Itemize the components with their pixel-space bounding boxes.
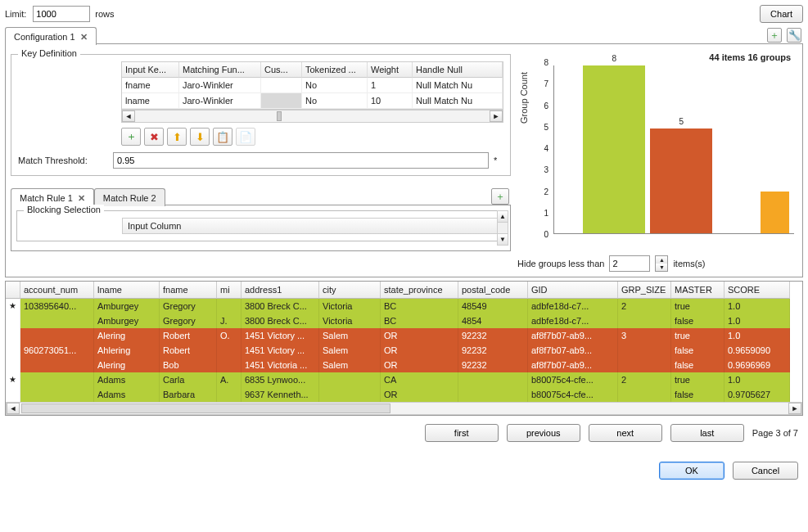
table-cell[interactable]: OR bbox=[381, 387, 458, 402]
table-cell[interactable]: 4854 bbox=[458, 313, 528, 328]
table-cell[interactable]: BC bbox=[381, 313, 458, 328]
table-cell[interactable]: 92232 bbox=[458, 328, 528, 343]
table-cell[interactable]: 3800 Breck C... bbox=[241, 299, 319, 313]
table-cell[interactable]: OR bbox=[381, 343, 458, 358]
table-cell[interactable] bbox=[618, 358, 671, 372]
table-cell[interactable]: 92232 bbox=[458, 343, 528, 358]
scroll-left-icon[interactable]: ◄ bbox=[7, 403, 20, 414]
table-cell[interactable]: CA bbox=[381, 372, 458, 387]
table-cell[interactable]: Adams bbox=[94, 387, 160, 402]
previous-button[interactable]: previous bbox=[507, 424, 580, 442]
table-cell[interactable]: af8f7b07-ab9... bbox=[528, 358, 618, 372]
table-cell[interactable]: Victoria bbox=[319, 299, 381, 313]
tab-match-rule-1[interactable]: Match Rule 1 ✕ bbox=[11, 188, 94, 206]
table-cell[interactable]: 3800 Breck C... bbox=[241, 313, 319, 328]
table-cell[interactable]: true bbox=[671, 372, 724, 387]
blocking-column-header[interactable]: Input Column bbox=[122, 218, 498, 234]
table-header[interactable]: GRP_SIZE bbox=[618, 282, 671, 299]
table-cell[interactable] bbox=[319, 387, 381, 402]
table-cell[interactable]: Salem bbox=[319, 358, 381, 372]
wizard-icon[interactable]: 🔧 bbox=[787, 28, 801, 43]
tab-configuration-1[interactable]: Configuration 1 ✕ bbox=[5, 27, 97, 45]
table-cell[interactable] bbox=[618, 387, 671, 402]
table-cell[interactable]: 1.0 bbox=[724, 299, 790, 313]
table-cell[interactable]: 92232 bbox=[458, 358, 528, 372]
table-cell[interactable]: Gregory bbox=[160, 299, 217, 313]
table-cell[interactable] bbox=[319, 372, 381, 387]
table-cell[interactable]: 0.9696969 bbox=[724, 358, 790, 372]
scroll-down-icon[interactable]: ▼ bbox=[498, 233, 508, 245]
spinner-down-icon[interactable]: ▼ bbox=[656, 264, 667, 271]
table-cell[interactable]: b80075c4-cfe... bbox=[528, 372, 618, 387]
table-header[interactable]: address1 bbox=[241, 282, 319, 299]
table-cell[interactable]: OR bbox=[381, 328, 458, 343]
table-cell[interactable]: false bbox=[671, 313, 724, 328]
table-cell[interactable] bbox=[458, 372, 528, 387]
table-cell[interactable]: 0.9705627 bbox=[724, 387, 790, 402]
table-cell[interactable] bbox=[217, 387, 241, 402]
table-cell[interactable] bbox=[217, 358, 241, 372]
table-cell[interactable]: Robert bbox=[160, 328, 217, 343]
table-cell[interactable]: Barbara bbox=[160, 387, 217, 402]
table-cell[interactable]: Salem bbox=[319, 328, 381, 343]
table-cell[interactable]: Victoria bbox=[319, 313, 381, 328]
table-cell[interactable] bbox=[618, 343, 671, 358]
key-definition-table[interactable]: Input Ke... Matching Fun... Cus... Token… bbox=[121, 61, 503, 110]
kd-scrollbar[interactable]: ◄ ► bbox=[121, 110, 503, 123]
table-cell[interactable] bbox=[458, 387, 528, 402]
spinner-up-icon[interactable]: ▲ bbox=[656, 256, 667, 264]
table-cell[interactable]: 9637 Kenneth... bbox=[241, 387, 319, 402]
table-cell[interactable]: false bbox=[671, 387, 724, 402]
table-cell[interactable]: 1.0 bbox=[724, 372, 790, 387]
table-cell[interactable]: af8f7b07-ab9... bbox=[528, 328, 618, 343]
table-cell[interactable]: Carla bbox=[160, 372, 217, 387]
move-up-button[interactable]: ⬆ bbox=[167, 128, 187, 146]
add-rule-icon[interactable]: ＋ bbox=[491, 188, 509, 205]
table-cell[interactable]: Gregory bbox=[160, 313, 217, 328]
table-cell[interactable]: 1451 Victory ... bbox=[241, 343, 319, 358]
table-cell[interactable]: A. bbox=[217, 372, 241, 387]
table-cell[interactable]: Bob bbox=[160, 358, 217, 372]
table-cell[interactable] bbox=[20, 358, 94, 372]
tab-match-rule-2[interactable]: Match Rule 2 bbox=[94, 188, 165, 206]
table-header[interactable]: SCORE bbox=[724, 282, 790, 299]
blocking-scrollbar[interactable]: ▲ ▼ bbox=[497, 210, 508, 246]
table-cell[interactable]: false bbox=[671, 358, 724, 372]
table-cell[interactable]: Amburgey bbox=[94, 313, 160, 328]
table-cell[interactable]: af8f7b07-ab9... bbox=[528, 343, 618, 358]
table-cell[interactable]: J. bbox=[217, 313, 241, 328]
close-icon[interactable]: ✕ bbox=[78, 193, 85, 204]
table-header[interactable]: lname bbox=[94, 282, 160, 299]
table-cell[interactable] bbox=[20, 372, 94, 387]
table-cell[interactable]: 2 bbox=[618, 299, 671, 313]
table-cell[interactable]: 6835 Lynwoo... bbox=[241, 372, 319, 387]
kd-col-weight[interactable]: Weight bbox=[368, 62, 413, 78]
table-cell[interactable] bbox=[20, 313, 94, 328]
kd-col-custom[interactable]: Cus... bbox=[261, 62, 302, 78]
table-header[interactable]: fname bbox=[160, 282, 217, 299]
table-cell[interactable] bbox=[20, 328, 94, 343]
table-cell[interactable]: Amburgey bbox=[94, 299, 160, 313]
table-cell[interactable]: Ahlering bbox=[94, 343, 160, 358]
kd-col-handlenull[interactable]: Handle Null bbox=[413, 62, 503, 78]
table-cell[interactable] bbox=[618, 313, 671, 328]
kd-col-input[interactable]: Input Ke... bbox=[122, 62, 179, 78]
table-cell[interactable]: O. bbox=[217, 328, 241, 343]
next-button[interactable]: next bbox=[589, 424, 662, 442]
table-cell[interactable]: 103895640... bbox=[20, 299, 94, 313]
chart-button[interactable]: Chart bbox=[760, 5, 803, 23]
table-cell[interactable]: 0.9659090 bbox=[724, 343, 790, 358]
kd-row[interactable]: lname Jaro-Winkler No 10 Null Match Nu bbox=[122, 93, 503, 109]
table-cell[interactable] bbox=[217, 343, 241, 358]
close-icon[interactable]: ✕ bbox=[80, 32, 88, 43]
move-down-button[interactable]: ⬇ bbox=[190, 128, 210, 146]
add-config-icon[interactable]: ＋ bbox=[767, 28, 782, 43]
table-header[interactable] bbox=[6, 282, 20, 299]
table-header[interactable]: state_province bbox=[381, 282, 458, 299]
kd-row[interactable]: fname Jaro-Winkler No 1 Null Match Nu bbox=[122, 78, 503, 93]
table-cell[interactable]: true bbox=[671, 328, 724, 343]
table-cell[interactable]: 2 bbox=[618, 372, 671, 387]
copy-button[interactable]: 📋 bbox=[213, 128, 232, 146]
ok-button[interactable]: OK bbox=[659, 462, 724, 480]
table-header[interactable]: city bbox=[319, 282, 381, 299]
